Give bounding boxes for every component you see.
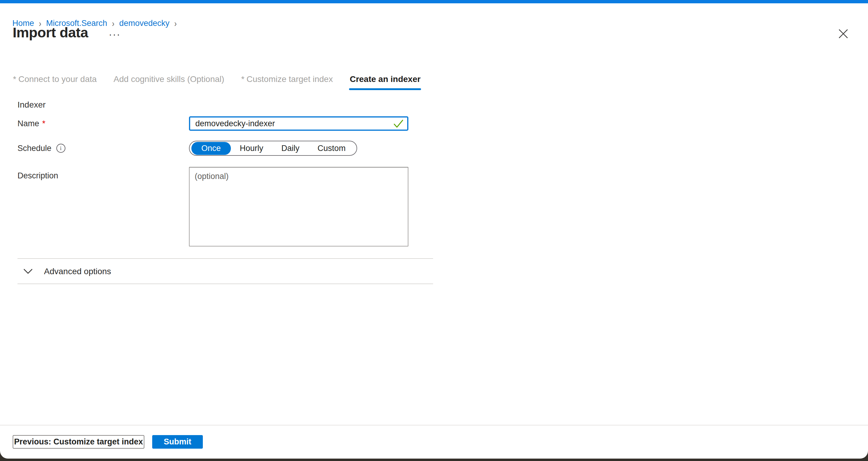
tab-add-cognitive-skills[interactable]: Add cognitive skills (Optional)	[113, 74, 225, 90]
info-icon[interactable]: i	[56, 144, 65, 153]
description-field-row: Description	[18, 167, 434, 248]
tab-create-an-indexer[interactable]: Create an indexer	[349, 74, 421, 90]
tab-label: Create an indexer	[350, 74, 421, 84]
azure-top-accent-bar	[0, 0, 868, 3]
schedule-option-custom[interactable]: Custom	[309, 142, 355, 155]
title-row: Import data ···	[13, 24, 123, 41]
footer-actions: Previous: Customize target index Submit	[13, 435, 203, 449]
description-textarea[interactable]	[189, 167, 408, 246]
tab-label: Connect to your data	[19, 74, 97, 84]
active-tab-underline	[349, 88, 421, 90]
schedule-option-once[interactable]: Once	[191, 142, 231, 155]
breadcrumb-demovedecky[interactable]: demovedecky	[119, 19, 170, 28]
required-asterisk: *	[42, 119, 45, 128]
required-marker: *	[241, 74, 244, 84]
name-label: Name *	[18, 116, 189, 131]
tab-connect-to-your-data[interactable]: *Connect to your data	[12, 74, 97, 90]
advanced-options-label: Advanced options	[44, 267, 111, 276]
close-button[interactable]	[836, 27, 850, 41]
divider	[18, 283, 433, 284]
schedule-field-row: Schedule i Once Hourly Daily Custom	[18, 141, 434, 156]
tab-label: Customize target index	[247, 74, 333, 84]
schedule-option-hourly[interactable]: Hourly	[231, 142, 273, 155]
chevron-down-icon	[24, 269, 33, 274]
close-icon	[838, 29, 848, 39]
more-options-icon[interactable]: ···	[106, 28, 123, 40]
wizard-tab-strip: *Connect to your data Add cognitive skil…	[12, 74, 421, 90]
tab-underline	[241, 88, 333, 90]
tab-underline	[12, 88, 97, 90]
valid-check-icon	[393, 119, 404, 128]
name-label-text: Name	[18, 119, 39, 128]
name-field-row: Name *	[18, 116, 434, 131]
tab-label: Add cognitive skills (Optional)	[114, 74, 224, 84]
page-title: Import data	[13, 24, 88, 41]
schedule-label-text: Schedule	[18, 144, 52, 153]
description-label: Description	[18, 167, 189, 181]
footer-divider	[0, 425, 868, 425]
indexer-name-input[interactable]	[189, 116, 408, 131]
submit-button[interactable]: Submit	[152, 435, 203, 449]
import-data-panel: Home › Microsoft.Search › demovedecky › …	[0, 0, 868, 459]
indexer-form: Indexer Name * Schedule i	[18, 100, 434, 284]
breadcrumb-separator-icon: ›	[174, 18, 177, 29]
schedule-label: Schedule i	[18, 141, 189, 156]
name-input-wrap	[189, 116, 408, 131]
required-marker: *	[13, 74, 16, 84]
advanced-options-toggle[interactable]: Advanced options	[18, 259, 434, 283]
schedule-option-daily[interactable]: Daily	[273, 142, 309, 155]
tab-customize-target-index[interactable]: *Customize target index	[241, 74, 333, 90]
previous-button[interactable]: Previous: Customize target index	[13, 435, 144, 449]
schedule-segmented-control: Once Hourly Daily Custom	[189, 141, 357, 156]
section-title-indexer: Indexer	[18, 100, 434, 110]
tab-underline	[113, 88, 225, 90]
description-label-text: Description	[18, 171, 58, 181]
